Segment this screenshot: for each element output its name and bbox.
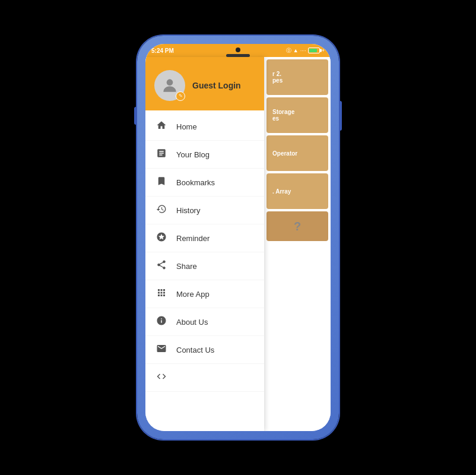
drawer-username: Guest Login <box>192 81 241 90</box>
phone-notch <box>226 44 250 57</box>
volume-button <box>134 107 137 125</box>
content-behind: r 2.pes Storagees Operator . Array ? <box>264 57 331 431</box>
menu-item-home[interactable]: Home <box>145 113 264 141</box>
menu-label-more-app: More App <box>176 290 210 299</box>
menu-label-history: History <box>176 206 200 215</box>
card-3: Operator <box>266 135 328 171</box>
speaker <box>226 54 250 57</box>
code-icon <box>155 371 168 384</box>
menu-item-about-us[interactable]: About Us <box>145 308 264 336</box>
sim-icon: ⓪ <box>286 47 291 55</box>
main-content: r 2.pes Storagees Operator . Array ? <box>145 57 331 431</box>
card-1-inner: r 2.pes <box>266 59 328 95</box>
menu-item-contact-us[interactable]: Contact Us <box>145 336 264 364</box>
history-icon <box>155 204 168 217</box>
menu-label-share: Share <box>176 262 197 271</box>
card-4: . Array <box>266 173 328 209</box>
menu-item-reminder[interactable]: Reminder <box>145 224 264 252</box>
front-camera <box>236 48 240 52</box>
card-1: r 2.pes <box>266 59 328 95</box>
card-2-inner: Storagees <box>266 97 328 133</box>
menu-label-reminder: Reminder <box>176 234 210 243</box>
card-5: ? <box>266 211 328 241</box>
screen: 5:24 PM ⓪ ▲ ···· + r 2.pes <box>145 44 331 431</box>
apps-icon <box>155 287 168 300</box>
menu-item-code[interactable] <box>145 364 264 392</box>
menu-item-your-blog[interactable]: Your Blog <box>145 141 264 169</box>
menu-label-about-us: About Us <box>176 318 208 327</box>
menu-list: Home Your Blog Bookmarks <box>145 110 264 431</box>
card-2: Storagees <box>266 97 328 133</box>
wifi-icon: ▲ <box>293 48 299 53</box>
blog-icon <box>155 148 168 161</box>
share-icon <box>155 259 168 273</box>
question-card: ? <box>266 211 328 241</box>
avatar-container: ✎ <box>154 70 185 101</box>
bookmark-icon <box>155 176 168 189</box>
menu-label-your-blog: Your Blog <box>176 150 210 159</box>
charge-icon: + <box>322 48 325 53</box>
avatar-svg <box>160 76 179 95</box>
status-icons: ⓪ ▲ ···· + <box>286 47 325 55</box>
menu-label-contact-us: Contact Us <box>176 346 214 354</box>
info-icon <box>155 315 168 328</box>
navigation-drawer: ✎ Guest Login Home <box>145 57 264 431</box>
signal-dots: ···· <box>300 48 306 53</box>
email-icon <box>155 343 168 356</box>
menu-item-more-app[interactable]: More App <box>145 280 264 308</box>
battery-icon <box>308 48 320 53</box>
avatar-badge: ✎ <box>176 91 185 101</box>
menu-item-bookmarks[interactable]: Bookmarks <box>145 169 264 197</box>
status-time: 5:24 PM <box>151 48 174 54</box>
card-3-inner: Operator <box>266 135 328 171</box>
menu-label-home: Home <box>176 122 197 131</box>
drawer-header: ✎ Guest Login <box>145 57 264 110</box>
menu-item-share[interactable]: Share <box>145 252 264 280</box>
menu-label-bookmarks: Bookmarks <box>176 178 215 187</box>
home-icon <box>155 120 168 133</box>
phone-screen: 5:24 PM ⓪ ▲ ···· + r 2.pes <box>145 44 331 431</box>
card-4-inner: . Array <box>266 173 328 209</box>
reminder-icon <box>155 232 168 245</box>
phone-frame: 5:24 PM ⓪ ▲ ···· + r 2.pes <box>137 36 339 439</box>
battery-fill <box>309 49 317 52</box>
edit-icon: ✎ <box>179 93 183 99</box>
power-button <box>339 101 342 131</box>
menu-item-history[interactable]: History <box>145 197 264 224</box>
svg-point-0 <box>167 79 173 86</box>
